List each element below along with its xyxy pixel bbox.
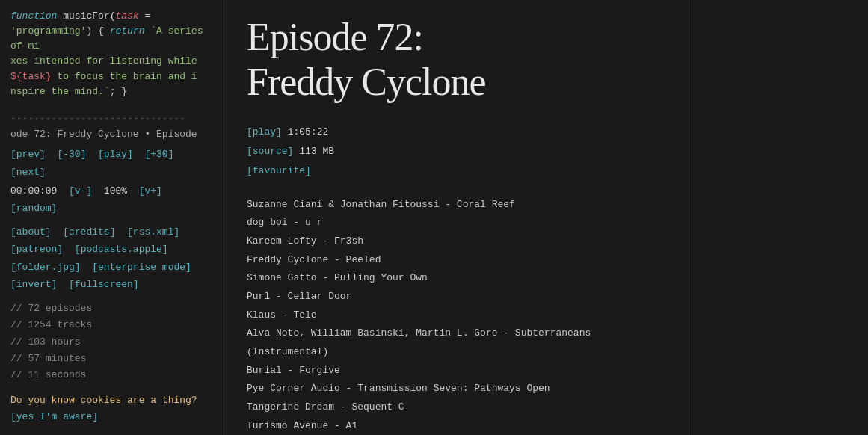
stat-seconds: // 11 seconds <box>10 367 213 383</box>
episode-title: Episode 72: Freddy Cyclone <box>247 15 666 105</box>
code-block: function musicFor(task = 'programming') … <box>10 9 213 99</box>
code-end: ; } <box>110 86 127 97</box>
episode-title-line2: Freddy Cyclone <box>247 61 486 103</box>
left-panel: function musicFor(task = 'programming') … <box>0 0 224 435</box>
fullscreen-link[interactable]: [fullscreen] <box>69 279 139 290</box>
invert-link[interactable]: [invert] <box>10 279 57 290</box>
volume-pct: 100% <box>104 185 127 197</box>
keyword-function: function <box>10 10 57 22</box>
minus30-button[interactable]: [-30] <box>57 149 86 160</box>
stat-minutes: // 57 minutes <box>10 351 213 367</box>
track-item: Suzanne Ciani & Jonathan Fitoussi - Cora… <box>247 196 666 215</box>
track-item: Burial - Forgive <box>247 362 666 380</box>
template-var: ${task} <box>10 71 52 82</box>
cookie-accept-button[interactable]: [yes I'm aware] <box>10 411 98 422</box>
keyword-task: task <box>115 10 138 22</box>
now-playing-text: ode 72: Freddy Cyclone • Episode <box>10 129 197 140</box>
play-duration: 1:05:22 <box>288 126 329 138</box>
plus30-button[interactable]: [+30] <box>144 149 173 160</box>
credits-link[interactable]: [credits] <box>63 226 115 238</box>
track-item: Turismo Avenue - A1 <box>247 417 666 435</box>
keyword-return: return <box>110 25 145 37</box>
tracklist: Suzanne Ciani & Jonathan Fitoussi - Cora… <box>247 196 666 435</box>
cookie-question: Do you know cookies are a thing? <box>10 392 213 409</box>
controls: [prev] [-30] [play] [+30] [next] <box>10 146 213 181</box>
cookie-notice: Do you know cookies are a thing? [yes I'… <box>10 392 213 425</box>
track-item: Tangerine Dream - Sequent C <box>247 398 666 417</box>
stats-block: // 72 episodes // 1254 tracks // 103 hou… <box>10 300 213 383</box>
code-equals: = <box>139 10 151 22</box>
episode-meta: [play] 1:05:22 [source] 113 MB [favourit… <box>247 123 666 181</box>
track-item: Freddy Cyclone - Peeled <box>247 251 666 270</box>
vol-up-button[interactable]: [v+] <box>139 185 162 197</box>
stat-tracks: // 1254 tracks <box>10 317 213 333</box>
podcasts-link[interactable]: [podcasts.apple] <box>75 244 168 255</box>
play-label[interactable]: [play] <box>247 126 282 138</box>
now-playing: ode 72: Freddy Cyclone • Episode <box>10 127 213 143</box>
source-label[interactable]: [source] <box>247 146 293 157</box>
code-paren: ) { <box>86 25 109 37</box>
stat-hours: // 103 hours <box>10 334 213 351</box>
folder-link[interactable]: [folder.jpg] <box>10 262 81 273</box>
divider: ------------------------------ <box>10 113 213 125</box>
track-item: Klaus - Tele <box>247 306 666 325</box>
patreon-link[interactable]: [patreon] <box>10 244 63 255</box>
about-link[interactable]: [about] <box>10 226 52 238</box>
stat-episodes: // 72 episodes <box>10 300 213 317</box>
right-panel <box>689 0 868 435</box>
track-item: Kareem Lofty - Fr3sh <box>247 232 666 251</box>
links-section: [about] [credits] [rss.xml] [patreon] [p… <box>10 223 213 294</box>
random-button[interactable]: [random] <box>10 203 57 214</box>
vol-down-button[interactable]: [v-] <box>69 185 92 197</box>
favourite-label[interactable]: [favourite] <box>247 165 311 176</box>
track-item: dog boi - u r <box>247 214 666 232</box>
code-text: musicFor( <box>63 10 115 22</box>
enterprise-link[interactable]: [enterprise mode] <box>92 262 191 273</box>
time-controls: 00:00:09 [v-] 100% [v+] [random] <box>10 182 213 218</box>
play-button[interactable]: [play] <box>98 149 133 160</box>
time-display: 00:00:09 <box>10 185 57 197</box>
prev-button[interactable]: [prev] <box>10 149 46 160</box>
rss-link[interactable]: [rss.xml] <box>127 226 179 238</box>
string-value: 'programming' <box>10 25 86 37</box>
track-item: Purl - Cellar Door <box>247 288 666 306</box>
source-size: 113 MB <box>299 146 334 157</box>
next-button[interactable]: [next] <box>10 167 46 178</box>
track-item: Pye Corner Audio - Transmission Seven: P… <box>247 380 666 398</box>
episode-title-line1: Episode 72: <box>247 16 423 58</box>
track-item: Simone Gatto - Pulling Your Own <box>247 269 666 288</box>
middle-panel: Episode 72: Freddy Cyclone [play] 1:05:2… <box>224 0 689 435</box>
track-item: Alva Noto, William Basinski, Martin L. G… <box>247 324 666 361</box>
